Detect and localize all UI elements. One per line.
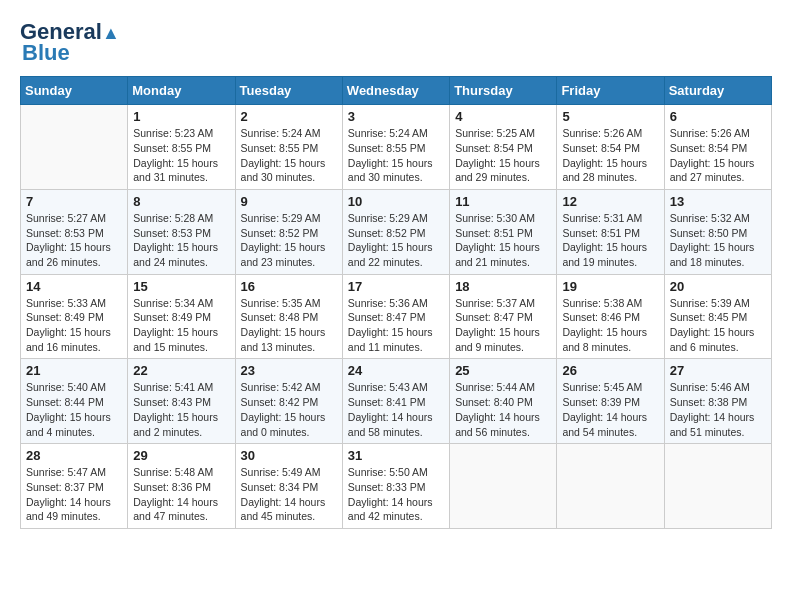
- calendar-cell: 29Sunrise: 5:48 AM Sunset: 8:36 PM Dayli…: [128, 444, 235, 529]
- calendar-cell: 19Sunrise: 5:38 AM Sunset: 8:46 PM Dayli…: [557, 274, 664, 359]
- calendar-week-row: 21Sunrise: 5:40 AM Sunset: 8:44 PM Dayli…: [21, 359, 772, 444]
- calendar-cell: 13Sunrise: 5:32 AM Sunset: 8:50 PM Dayli…: [664, 189, 771, 274]
- calendar-cell: 27Sunrise: 5:46 AM Sunset: 8:38 PM Dayli…: [664, 359, 771, 444]
- day-info: Sunrise: 5:43 AM Sunset: 8:41 PM Dayligh…: [348, 380, 444, 439]
- calendar-cell: 4Sunrise: 5:25 AM Sunset: 8:54 PM Daylig…: [450, 105, 557, 190]
- day-info: Sunrise: 5:25 AM Sunset: 8:54 PM Dayligh…: [455, 126, 551, 185]
- day-info: Sunrise: 5:41 AM Sunset: 8:43 PM Dayligh…: [133, 380, 229, 439]
- day-info: Sunrise: 5:38 AM Sunset: 8:46 PM Dayligh…: [562, 296, 658, 355]
- calendar-cell: 9Sunrise: 5:29 AM Sunset: 8:52 PM Daylig…: [235, 189, 342, 274]
- calendar-cell: 25Sunrise: 5:44 AM Sunset: 8:40 PM Dayli…: [450, 359, 557, 444]
- day-number: 28: [26, 448, 122, 463]
- day-number: 20: [670, 279, 766, 294]
- calendar-cell: 20Sunrise: 5:39 AM Sunset: 8:45 PM Dayli…: [664, 274, 771, 359]
- day-info: Sunrise: 5:28 AM Sunset: 8:53 PM Dayligh…: [133, 211, 229, 270]
- day-header-monday: Monday: [128, 77, 235, 105]
- calendar-cell: 23Sunrise: 5:42 AM Sunset: 8:42 PM Dayli…: [235, 359, 342, 444]
- day-info: Sunrise: 5:23 AM Sunset: 8:55 PM Dayligh…: [133, 126, 229, 185]
- day-info: Sunrise: 5:29 AM Sunset: 8:52 PM Dayligh…: [348, 211, 444, 270]
- day-info: Sunrise: 5:48 AM Sunset: 8:36 PM Dayligh…: [133, 465, 229, 524]
- day-number: 31: [348, 448, 444, 463]
- calendar-week-row: 28Sunrise: 5:47 AM Sunset: 8:37 PM Dayli…: [21, 444, 772, 529]
- calendar-cell: 10Sunrise: 5:29 AM Sunset: 8:52 PM Dayli…: [342, 189, 449, 274]
- day-number: 19: [562, 279, 658, 294]
- day-number: 21: [26, 363, 122, 378]
- day-info: Sunrise: 5:44 AM Sunset: 8:40 PM Dayligh…: [455, 380, 551, 439]
- calendar-header-row: SundayMondayTuesdayWednesdayThursdayFrid…: [21, 77, 772, 105]
- day-number: 27: [670, 363, 766, 378]
- day-number: 3: [348, 109, 444, 124]
- day-number: 15: [133, 279, 229, 294]
- day-header-wednesday: Wednesday: [342, 77, 449, 105]
- calendar-week-row: 1Sunrise: 5:23 AM Sunset: 8:55 PM Daylig…: [21, 105, 772, 190]
- calendar-cell: 7Sunrise: 5:27 AM Sunset: 8:53 PM Daylig…: [21, 189, 128, 274]
- calendar-cell: 6Sunrise: 5:26 AM Sunset: 8:54 PM Daylig…: [664, 105, 771, 190]
- header: General▲ Blue: [20, 20, 772, 66]
- calendar-cell: 3Sunrise: 5:24 AM Sunset: 8:55 PM Daylig…: [342, 105, 449, 190]
- calendar-week-row: 7Sunrise: 5:27 AM Sunset: 8:53 PM Daylig…: [21, 189, 772, 274]
- calendar-cell: 5Sunrise: 5:26 AM Sunset: 8:54 PM Daylig…: [557, 105, 664, 190]
- day-number: 24: [348, 363, 444, 378]
- day-info: Sunrise: 5:26 AM Sunset: 8:54 PM Dayligh…: [562, 126, 658, 185]
- day-info: Sunrise: 5:39 AM Sunset: 8:45 PM Dayligh…: [670, 296, 766, 355]
- day-number: 2: [241, 109, 337, 124]
- calendar-cell: 12Sunrise: 5:31 AM Sunset: 8:51 PM Dayli…: [557, 189, 664, 274]
- day-info: Sunrise: 5:45 AM Sunset: 8:39 PM Dayligh…: [562, 380, 658, 439]
- day-info: Sunrise: 5:29 AM Sunset: 8:52 PM Dayligh…: [241, 211, 337, 270]
- calendar-cell: 1Sunrise: 5:23 AM Sunset: 8:55 PM Daylig…: [128, 105, 235, 190]
- day-number: 23: [241, 363, 337, 378]
- day-number: 14: [26, 279, 122, 294]
- day-number: 26: [562, 363, 658, 378]
- day-number: 18: [455, 279, 551, 294]
- day-info: Sunrise: 5:37 AM Sunset: 8:47 PM Dayligh…: [455, 296, 551, 355]
- day-number: 22: [133, 363, 229, 378]
- calendar-cell: 2Sunrise: 5:24 AM Sunset: 8:55 PM Daylig…: [235, 105, 342, 190]
- day-info: Sunrise: 5:50 AM Sunset: 8:33 PM Dayligh…: [348, 465, 444, 524]
- calendar-cell: [21, 105, 128, 190]
- calendar-cell: 28Sunrise: 5:47 AM Sunset: 8:37 PM Dayli…: [21, 444, 128, 529]
- calendar-cell: 30Sunrise: 5:49 AM Sunset: 8:34 PM Dayli…: [235, 444, 342, 529]
- calendar-cell: 18Sunrise: 5:37 AM Sunset: 8:47 PM Dayli…: [450, 274, 557, 359]
- day-number: 12: [562, 194, 658, 209]
- calendar-cell: 31Sunrise: 5:50 AM Sunset: 8:33 PM Dayli…: [342, 444, 449, 529]
- calendar-table: SundayMondayTuesdayWednesdayThursdayFrid…: [20, 76, 772, 529]
- day-info: Sunrise: 5:26 AM Sunset: 8:54 PM Dayligh…: [670, 126, 766, 185]
- calendar-cell: [450, 444, 557, 529]
- day-info: Sunrise: 5:24 AM Sunset: 8:55 PM Dayligh…: [241, 126, 337, 185]
- day-info: Sunrise: 5:40 AM Sunset: 8:44 PM Dayligh…: [26, 380, 122, 439]
- day-info: Sunrise: 5:42 AM Sunset: 8:42 PM Dayligh…: [241, 380, 337, 439]
- day-number: 6: [670, 109, 766, 124]
- logo: General▲ Blue: [20, 20, 120, 66]
- day-number: 16: [241, 279, 337, 294]
- calendar-cell: 21Sunrise: 5:40 AM Sunset: 8:44 PM Dayli…: [21, 359, 128, 444]
- day-number: 5: [562, 109, 658, 124]
- calendar-cell: 22Sunrise: 5:41 AM Sunset: 8:43 PM Dayli…: [128, 359, 235, 444]
- logo-blue: Blue: [22, 40, 70, 66]
- day-number: 30: [241, 448, 337, 463]
- day-number: 8: [133, 194, 229, 209]
- day-number: 17: [348, 279, 444, 294]
- calendar-cell: 8Sunrise: 5:28 AM Sunset: 8:53 PM Daylig…: [128, 189, 235, 274]
- calendar-cell: 16Sunrise: 5:35 AM Sunset: 8:48 PM Dayli…: [235, 274, 342, 359]
- calendar-cell: 26Sunrise: 5:45 AM Sunset: 8:39 PM Dayli…: [557, 359, 664, 444]
- calendar-cell: 15Sunrise: 5:34 AM Sunset: 8:49 PM Dayli…: [128, 274, 235, 359]
- day-number: 13: [670, 194, 766, 209]
- day-header-tuesday: Tuesday: [235, 77, 342, 105]
- day-info: Sunrise: 5:34 AM Sunset: 8:49 PM Dayligh…: [133, 296, 229, 355]
- calendar-cell: 17Sunrise: 5:36 AM Sunset: 8:47 PM Dayli…: [342, 274, 449, 359]
- day-info: Sunrise: 5:46 AM Sunset: 8:38 PM Dayligh…: [670, 380, 766, 439]
- calendar-cell: 14Sunrise: 5:33 AM Sunset: 8:49 PM Dayli…: [21, 274, 128, 359]
- day-number: 11: [455, 194, 551, 209]
- day-info: Sunrise: 5:49 AM Sunset: 8:34 PM Dayligh…: [241, 465, 337, 524]
- day-info: Sunrise: 5:35 AM Sunset: 8:48 PM Dayligh…: [241, 296, 337, 355]
- day-number: 7: [26, 194, 122, 209]
- day-number: 1: [133, 109, 229, 124]
- day-info: Sunrise: 5:32 AM Sunset: 8:50 PM Dayligh…: [670, 211, 766, 270]
- calendar-cell: [664, 444, 771, 529]
- day-header-friday: Friday: [557, 77, 664, 105]
- day-header-thursday: Thursday: [450, 77, 557, 105]
- day-info: Sunrise: 5:47 AM Sunset: 8:37 PM Dayligh…: [26, 465, 122, 524]
- day-info: Sunrise: 5:31 AM Sunset: 8:51 PM Dayligh…: [562, 211, 658, 270]
- calendar-cell: 11Sunrise: 5:30 AM Sunset: 8:51 PM Dayli…: [450, 189, 557, 274]
- day-number: 29: [133, 448, 229, 463]
